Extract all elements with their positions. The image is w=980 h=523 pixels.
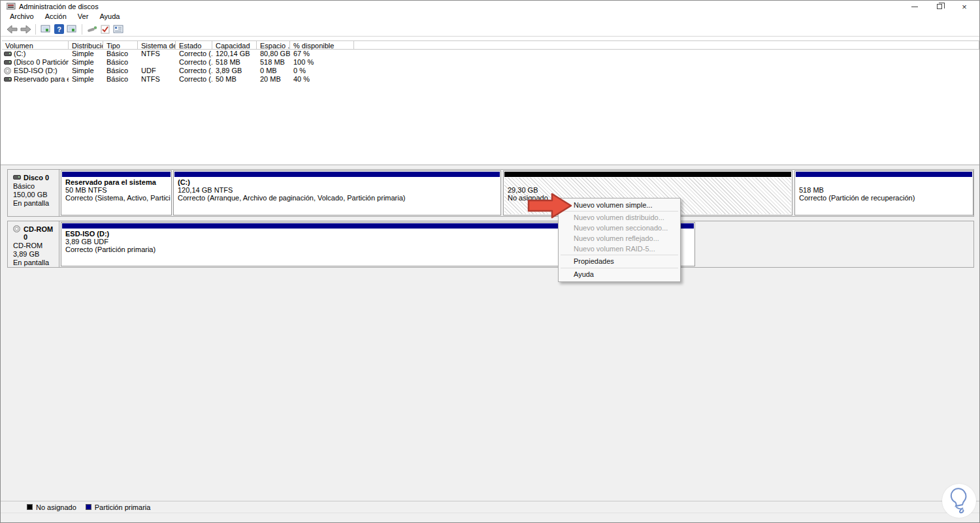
forward-arrow-icon[interactable] bbox=[19, 24, 32, 35]
cell-espacio: 518 MB bbox=[257, 58, 290, 67]
cell-distribucion: Simple bbox=[69, 50, 103, 58]
disk-status: En pantalla bbox=[13, 199, 59, 207]
partition-size: 518 MB bbox=[799, 186, 972, 194]
menu-archivo[interactable]: Archivo bbox=[10, 12, 34, 20]
partition-system-reserved[interactable]: Reservado para el sistema 50 MB NTFS Cor… bbox=[61, 170, 172, 215]
table-row[interactable]: (Disco 0 Partición 3) Simple Básico Corr… bbox=[2, 58, 979, 67]
cell-capacidad: 120,14 GB bbox=[212, 50, 257, 58]
cell-espacio: 20 MB bbox=[257, 75, 290, 84]
partition-status: Correcto (Partición de recuperación) bbox=[799, 194, 972, 202]
header-disponible[interactable]: % disponible bbox=[290, 41, 354, 50]
cell-tipo: Básico bbox=[103, 75, 138, 84]
menu-item-nuevo-volumen-distribuido: Nuevo volumen distribuido... bbox=[559, 212, 679, 223]
menu-item-ayuda[interactable]: Ayuda bbox=[559, 269, 679, 280]
cell-estado: Correcto (... bbox=[176, 75, 212, 84]
legend-label-primary: Partición primaria bbox=[95, 503, 151, 511]
volume-name: (Disco 0 Partición 3) bbox=[14, 58, 69, 66]
partition-size: 120,14 GB NTFS bbox=[178, 186, 500, 194]
partition-title bbox=[799, 178, 972, 186]
action-pane-icon[interactable] bbox=[65, 24, 78, 35]
partition-title: Reservado para el sistema bbox=[65, 178, 171, 186]
cell-sistema: UDF bbox=[138, 67, 176, 75]
header-sistema[interactable]: Sistema de ... bbox=[138, 41, 176, 50]
back-arrow-icon[interactable] bbox=[6, 24, 19, 35]
cell-tipo: Básico bbox=[103, 67, 138, 75]
help-icon[interactable]: ? bbox=[52, 24, 65, 35]
table-row[interactable]: (C:) Simple Básico NTFS Correcto (... 12… bbox=[2, 50, 979, 58]
menu-ver[interactable]: Ver bbox=[78, 12, 89, 20]
disk-0-label-panel[interactable]: Disco 0 Básico 150,00 GB En pantalla bbox=[8, 170, 59, 216]
cell-distribucion: Simple bbox=[69, 67, 103, 75]
partition-status: Correcto (Arranque, Archivo de paginació… bbox=[178, 194, 500, 202]
header-estado[interactable]: Estado bbox=[176, 41, 212, 50]
cd-icon bbox=[4, 67, 11, 74]
cell-disponible: 67 % bbox=[290, 50, 354, 58]
cd-icon bbox=[13, 225, 20, 232]
disk-size: 150,00 GB bbox=[13, 191, 59, 198]
legend-bar: No asignado Partición primaria bbox=[1, 501, 979, 513]
lightbulb-logo bbox=[942, 484, 976, 518]
volume-name: (C:) bbox=[14, 50, 25, 57]
disk-icon bbox=[4, 52, 12, 56]
disk-icon bbox=[4, 77, 12, 82]
partition-title bbox=[508, 178, 791, 186]
primary-partition-color-swatch bbox=[86, 504, 91, 510]
disk-name: Disco 0 bbox=[24, 174, 49, 182]
disk-status: En pantalla bbox=[13, 259, 59, 266]
context-menu: Nuevo volumen simple... Nuevo volumen di… bbox=[558, 198, 681, 282]
header-volumen[interactable]: Volumen bbox=[2, 41, 69, 50]
cdrom-0-label-panel[interactable]: CD-ROM 0 CD-ROM 3,89 GB En pantalla bbox=[8, 221, 59, 267]
header-distribucion[interactable]: Distribución bbox=[69, 41, 103, 50]
cell-capacidad: 518 MB bbox=[212, 58, 257, 67]
partition-c-drive[interactable]: (C:) 120,14 GB NTFS Correcto (Arranque, … bbox=[173, 170, 501, 215]
close-button[interactable]: × bbox=[952, 1, 977, 12]
menu-accion[interactable]: Acción bbox=[45, 12, 67, 20]
svg-text:?: ? bbox=[57, 25, 61, 33]
menu-item-nuevo-volumen-reflejado: Nuevo volumen reflejado... bbox=[559, 233, 679, 244]
menu-bar: Archivo Acción Ver Ayuda bbox=[1, 12, 979, 22]
volume-table-header: Volumen Distribución Tipo Sistema de ...… bbox=[2, 40, 979, 50]
menu-item-nuevo-volumen-simple[interactable]: Nuevo volumen simple... bbox=[559, 200, 679, 210]
status-bar bbox=[1, 513, 979, 523]
cdrom-0-row: CD-ROM 0 CD-ROM 3,89 GB En pantalla ESD-… bbox=[7, 221, 974, 268]
toolbar-separator bbox=[82, 24, 82, 35]
console-tree-icon[interactable] bbox=[39, 24, 52, 35]
table-row[interactable]: ESD-ISO (D:) Simple Básico UDF Correcto … bbox=[2, 67, 979, 75]
disk-type: CD-ROM bbox=[13, 242, 59, 249]
cell-capacidad: 3,89 GB bbox=[212, 67, 257, 75]
title-bar: Administración de discos × bbox=[1, 1, 979, 12]
disk-management-window: Administración de discos × Archivo Acció… bbox=[0, 0, 980, 523]
toolbar: ? bbox=[1, 22, 979, 37]
menu-ayuda[interactable]: Ayuda bbox=[99, 12, 120, 20]
cell-tipo: Básico bbox=[103, 58, 138, 67]
cell-disponible: 100 % bbox=[290, 58, 354, 67]
primary-partition-color-bar bbox=[796, 172, 972, 177]
partition-size: 50 MB NTFS bbox=[65, 186, 171, 194]
restore-button[interactable] bbox=[927, 1, 952, 12]
header-espacio[interactable]: Espacio ... bbox=[257, 41, 290, 50]
volume-list-pane: Volumen Distribución Tipo Sistema de ...… bbox=[1, 37, 979, 165]
header-tipo[interactable]: Tipo bbox=[103, 41, 138, 50]
cell-distribucion: Simple bbox=[69, 75, 103, 84]
cell-distribucion: Simple bbox=[69, 58, 103, 67]
minimize-button[interactable] bbox=[902, 1, 927, 12]
volume-name: ESD-ISO (D:) bbox=[14, 67, 57, 74]
menu-separator bbox=[561, 211, 678, 212]
cell-capacidad: 50 MB bbox=[212, 75, 257, 84]
cell-espacio: 80,80 GB bbox=[257, 50, 290, 58]
partition-recovery[interactable]: 518 MB Correcto (Partición de recuperaci… bbox=[794, 170, 973, 215]
header-capacidad[interactable]: Capacidad bbox=[212, 41, 257, 50]
tool-icon[interactable] bbox=[86, 24, 99, 35]
menu-item-nuevo-volumen-raid5: Nuevo volumen RAID-5... bbox=[559, 244, 679, 254]
table-row[interactable]: Reservado para el ... Simple Básico NTFS… bbox=[2, 75, 979, 84]
menu-item-propiedades[interactable]: Propiedades bbox=[559, 256, 679, 267]
partition-status: Correcto (Sistema, Activo, Partición pri bbox=[65, 194, 171, 202]
cell-estado: Correcto (... bbox=[176, 50, 212, 58]
primary-partition-color-bar bbox=[174, 172, 500, 177]
cell-disponible: 0 % bbox=[290, 67, 354, 75]
primary-partition-color-bar bbox=[62, 172, 171, 177]
cell-disponible: 40 % bbox=[290, 75, 354, 84]
check-document-icon[interactable] bbox=[99, 24, 112, 35]
cell-sistema: NTFS bbox=[138, 75, 176, 84]
properties-icon[interactable] bbox=[112, 24, 125, 35]
